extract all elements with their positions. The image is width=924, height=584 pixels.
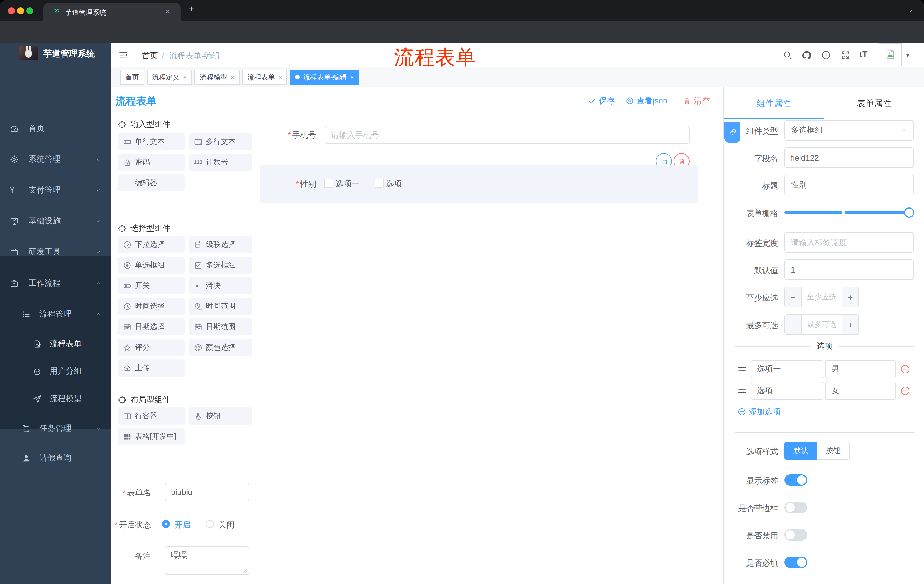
palette-item-radio-group[interactable]: 单选框组: [118, 257, 185, 274]
palette-item-password[interactable]: 密码: [118, 154, 185, 171]
stepper-increase-button[interactable]: +: [842, 288, 858, 307]
sidebar-item-process-form[interactable]: 流程表单: [0, 330, 112, 358]
palette-item-button[interactable]: 按钮: [189, 408, 252, 424]
option2-label-input[interactable]: [751, 382, 823, 400]
field-name-input[interactable]: [784, 147, 914, 168]
sidebar-item-infrastructure[interactable]: 基础设施: [0, 207, 112, 235]
fullscreen-icon[interactable]: [840, 50, 850, 60]
search-icon[interactable]: [783, 50, 792, 60]
view-json-button[interactable]: 查看json: [625, 95, 667, 106]
palette-item-checkbox-group[interactable]: 多选框组: [189, 257, 252, 274]
menu-fold-icon[interactable]: [118, 50, 128, 60]
tag-close-icon[interactable]: ×: [350, 74, 354, 81]
disabled-switch[interactable]: [784, 529, 807, 541]
palette-item-color-picker[interactable]: 颜色选择: [189, 339, 252, 356]
option-drag-handle-icon[interactable]: [738, 365, 747, 374]
page-tag-home[interactable]: 首页: [120, 70, 144, 85]
radio-off-unselected[interactable]: [206, 520, 214, 528]
radio-off-label[interactable]: 关闭: [218, 520, 234, 530]
gender-option1-label[interactable]: 选项一: [336, 179, 360, 189]
required-switch[interactable]: [784, 556, 807, 568]
radio-on-label[interactable]: 开启: [174, 520, 190, 530]
page-tag-process-model[interactable]: 流程模型×: [195, 70, 239, 85]
sidebar-item-process-model[interactable]: 流程模型: [0, 385, 112, 413]
option1-label-input[interactable]: [751, 360, 823, 378]
remove-option-icon[interactable]: [900, 364, 910, 374]
remark-textarea[interactable]: 嘿嘿: [165, 546, 249, 575]
help-icon[interactable]: [821, 50, 831, 60]
palette-item-time-picker[interactable]: 时间选择: [118, 298, 185, 315]
form-name-input[interactable]: [165, 483, 249, 501]
remove-option-icon[interactable]: [900, 386, 910, 396]
window-minimize-button[interactable]: [17, 7, 24, 14]
palette-item-editor[interactable]: 编辑器: [118, 174, 185, 191]
palette-item-cascader[interactable]: 级联选择: [189, 236, 252, 253]
component-type-select[interactable]: 多选框组: [784, 120, 914, 141]
show-label-switch[interactable]: [784, 474, 807, 486]
clear-button[interactable]: 清空: [683, 95, 710, 106]
avatar[interactable]: [879, 43, 902, 66]
palette-item-select[interactable]: 下拉选择: [118, 236, 185, 253]
github-icon[interactable]: [802, 50, 812, 61]
palette-item-date-picker[interactable]: 日期选择: [118, 318, 185, 336]
palette-item-multi-line-text[interactable]: 多行文本: [189, 133, 252, 150]
add-option-button[interactable]: 添加选项: [738, 406, 781, 417]
new-tab-button[interactable]: +: [189, 3, 195, 15]
sidebar-item-home[interactable]: 首页: [0, 115, 112, 142]
window-close-button[interactable]: [8, 7, 15, 14]
title-input[interactable]: [784, 175, 914, 196]
sidebar-item-payment[interactable]: ¥ 支付管理: [0, 176, 112, 204]
with-border-switch[interactable]: [784, 502, 807, 513]
option1-value-input[interactable]: [825, 360, 896, 378]
max-select-placeholder[interactable]: 最多可选: [801, 315, 842, 334]
stepper-decrease-button[interactable]: −: [785, 288, 802, 307]
window-zoom-button[interactable]: [26, 7, 33, 14]
gender-option2-label[interactable]: 选项二: [386, 179, 410, 189]
sidebar-item-dev-tools[interactable]: 研发工具: [0, 238, 112, 266]
sidebar-item-process-management[interactable]: 流程管理: [0, 301, 112, 328]
default-value-input[interactable]: [784, 260, 914, 280]
tag-close-icon[interactable]: ×: [231, 74, 234, 81]
palette-item-time-range[interactable]: 时间范围: [189, 298, 252, 315]
form-grid-slider-track[interactable]: [784, 211, 914, 214]
option-style-default-button[interactable]: 默认: [784, 442, 817, 460]
gender-option2-checkbox[interactable]: [375, 179, 384, 188]
palette-item-counter[interactable]: 123计数器: [189, 154, 252, 171]
palette-item-rate[interactable]: 评分: [118, 339, 185, 356]
gender-option1-checkbox[interactable]: [324, 179, 333, 188]
tab-component-props[interactable]: 组件属性: [724, 87, 824, 120]
sidebar-item-workflow[interactable]: 工作流程: [0, 270, 112, 297]
phone-input[interactable]: [325, 126, 690, 144]
tag-close-icon[interactable]: ×: [279, 74, 282, 81]
page-tag-process-definition[interactable]: 流程定义×: [147, 70, 192, 85]
save-button[interactable]: 保存: [588, 95, 615, 106]
palette-item-upload[interactable]: 上传: [118, 359, 185, 377]
palette-item-table[interactable]: 表格[开发中]: [118, 428, 185, 445]
option2-value-input[interactable]: [825, 382, 896, 400]
page-tag-process-form-edit[interactable]: 流程表单-编辑×: [290, 70, 359, 85]
min-select-placeholder[interactable]: 至少应选: [801, 288, 842, 307]
palette-item-single-line-text[interactable]: 单行文本: [118, 133, 185, 150]
palette-item-date-range[interactable]: 日期范围: [189, 318, 252, 336]
stepper-decrease-button[interactable]: −: [785, 315, 802, 334]
palette-item-switch[interactable]: 开关: [118, 277, 185, 294]
tab-form-props[interactable]: 表单属性: [824, 87, 924, 120]
slider-handle[interactable]: [904, 207, 914, 218]
page-tag-process-form[interactable]: 流程表单×: [243, 70, 287, 85]
option-style-button-button[interactable]: 按钮: [817, 442, 850, 460]
sidebar-item-leave-query[interactable]: 请假查询: [0, 444, 112, 472]
tab-close-icon[interactable]: ×: [166, 7, 170, 15]
browser-tab[interactable]: 芋道管理系统 ×: [43, 3, 181, 21]
font-size-icon[interactable]: tT: [860, 49, 867, 59]
sidebar-item-user-groups[interactable]: 用户分组: [0, 358, 112, 385]
tab-list-chevron-icon[interactable]: [907, 7, 914, 14]
radio-on-selected[interactable]: [162, 520, 170, 528]
sidebar-item-task-management[interactable]: 任务管理: [0, 415, 112, 442]
palette-item-row-container[interactable]: 行容器: [118, 408, 185, 424]
palette-item-slider[interactable]: 滑块: [189, 277, 252, 294]
breadcrumb-home[interactable]: 首页: [142, 51, 158, 61]
avatar-caret-icon[interactable]: ▾: [906, 52, 909, 58]
textarea-resize-handle[interactable]: [243, 569, 248, 573]
tag-close-icon[interactable]: ×: [183, 74, 187, 81]
label-width-input[interactable]: [784, 232, 914, 253]
